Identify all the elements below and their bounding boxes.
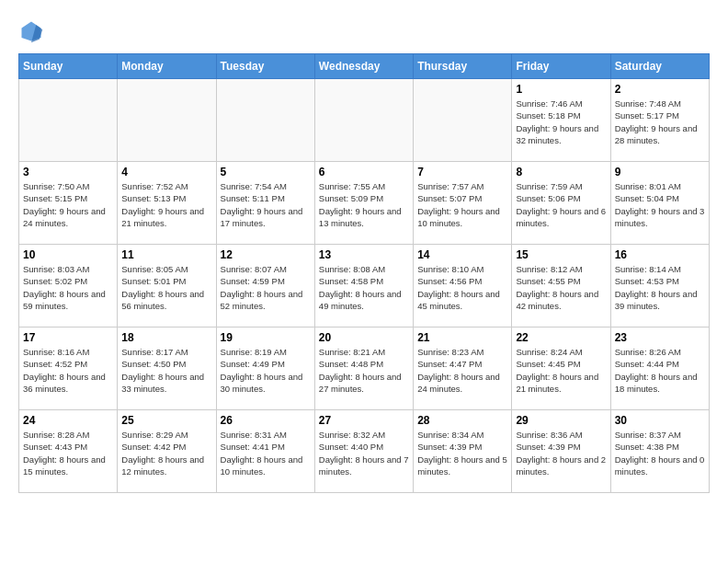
day-number: 6 [319, 166, 409, 178]
calendar-cell: 5Sunrise: 7:54 AM Sunset: 5:11 PM Daylig… [216, 162, 314, 245]
calendar-cell: 15Sunrise: 8:12 AM Sunset: 4:55 PM Dayli… [512, 245, 610, 327]
calendar-cell: 11Sunrise: 8:05 AM Sunset: 5:01 PM Dayli… [118, 245, 216, 327]
day-header: Wednesday [314, 54, 413, 79]
cell-info: Sunrise: 8:14 AM Sunset: 4:53 PM Dayligh… [615, 263, 705, 312]
cell-info: Sunrise: 8:16 AM Sunset: 4:52 PM Dayligh… [23, 346, 113, 395]
logo-icon [18, 18, 44, 44]
calendar-week-row: 10Sunrise: 8:03 AM Sunset: 5:02 PM Dayli… [19, 245, 710, 327]
calendar-cell: 1Sunrise: 7:46 AM Sunset: 5:18 PM Daylig… [512, 79, 610, 162]
cell-info: Sunrise: 8:12 AM Sunset: 4:55 PM Dayligh… [516, 263, 606, 312]
calendar-cell: 24Sunrise: 8:28 AM Sunset: 4:43 PM Dayli… [19, 410, 118, 493]
logo [18, 18, 48, 44]
day-number: 27 [319, 414, 409, 427]
cell-info: Sunrise: 7:55 AM Sunset: 5:09 PM Dayligh… [319, 180, 409, 229]
page-header [18, 18, 710, 44]
cell-info: Sunrise: 7:48 AM Sunset: 5:17 PM Dayligh… [615, 98, 705, 146]
day-header: Thursday [414, 54, 512, 79]
day-number: 22 [516, 331, 606, 344]
day-number: 14 [417, 248, 507, 261]
day-number: 5 [221, 166, 311, 178]
calendar-cell: 27Sunrise: 8:32 AM Sunset: 4:40 PM Dayli… [314, 410, 413, 493]
cell-info: Sunrise: 8:32 AM Sunset: 4:40 PM Dayligh… [319, 429, 409, 477]
calendar-cell: 4Sunrise: 7:52 AM Sunset: 5:13 PM Daylig… [118, 162, 216, 245]
cell-info: Sunrise: 7:54 AM Sunset: 5:11 PM Dayligh… [221, 180, 311, 229]
day-header: Saturday [610, 54, 709, 79]
calendar-cell: 14Sunrise: 8:10 AM Sunset: 4:56 PM Dayli… [414, 245, 512, 327]
calendar-cell: 16Sunrise: 8:14 AM Sunset: 4:53 PM Dayli… [610, 245, 709, 327]
calendar-cell: 20Sunrise: 8:21 AM Sunset: 4:48 PM Dayli… [314, 327, 413, 410]
calendar-cell: 25Sunrise: 8:29 AM Sunset: 4:42 PM Dayli… [118, 410, 216, 493]
cell-info: Sunrise: 8:28 AM Sunset: 4:43 PM Dayligh… [23, 429, 113, 477]
day-number: 12 [221, 248, 311, 261]
calendar-cell [118, 79, 216, 162]
day-header: Tuesday [216, 54, 314, 79]
calendar-cell: 26Sunrise: 8:31 AM Sunset: 4:41 PM Dayli… [216, 410, 314, 493]
day-number: 8 [516, 166, 606, 178]
calendar-table: SundayMondayTuesdayWednesdayThursdayFrid… [18, 53, 710, 493]
day-number: 28 [417, 414, 507, 427]
day-number: 18 [121, 331, 211, 344]
cell-info: Sunrise: 8:24 AM Sunset: 4:45 PM Dayligh… [516, 346, 606, 395]
cell-info: Sunrise: 8:17 AM Sunset: 4:50 PM Dayligh… [121, 346, 211, 395]
day-number: 25 [121, 414, 211, 427]
cell-info: Sunrise: 8:29 AM Sunset: 4:42 PM Dayligh… [121, 429, 211, 477]
cell-info: Sunrise: 8:34 AM Sunset: 4:39 PM Dayligh… [417, 429, 507, 477]
calendar-cell [314, 79, 413, 162]
day-number: 30 [615, 414, 705, 427]
calendar-cell: 2Sunrise: 7:48 AM Sunset: 5:17 PM Daylig… [610, 79, 709, 162]
calendar-cell: 30Sunrise: 8:37 AM Sunset: 4:38 PM Dayli… [610, 410, 709, 493]
calendar-cell: 22Sunrise: 8:24 AM Sunset: 4:45 PM Dayli… [512, 327, 610, 410]
cell-info: Sunrise: 8:31 AM Sunset: 4:41 PM Dayligh… [221, 429, 311, 477]
calendar-week-row: 3Sunrise: 7:50 AM Sunset: 5:15 PM Daylig… [19, 162, 710, 245]
calendar-week-row: 24Sunrise: 8:28 AM Sunset: 4:43 PM Dayli… [19, 410, 710, 493]
cell-info: Sunrise: 8:37 AM Sunset: 4:38 PM Dayligh… [615, 429, 705, 477]
cell-info: Sunrise: 8:36 AM Sunset: 4:39 PM Dayligh… [516, 429, 606, 477]
calendar-week-row: 1Sunrise: 7:46 AM Sunset: 5:18 PM Daylig… [19, 79, 710, 162]
calendar-cell: 29Sunrise: 8:36 AM Sunset: 4:39 PM Dayli… [512, 410, 610, 493]
calendar-cell: 23Sunrise: 8:26 AM Sunset: 4:44 PM Dayli… [610, 327, 709, 410]
calendar-week-row: 17Sunrise: 8:16 AM Sunset: 4:52 PM Dayli… [19, 327, 710, 410]
day-header: Monday [118, 54, 216, 79]
cell-info: Sunrise: 7:59 AM Sunset: 5:06 PM Dayligh… [516, 180, 606, 229]
cell-info: Sunrise: 7:50 AM Sunset: 5:15 PM Dayligh… [23, 180, 113, 229]
day-number: 2 [615, 83, 705, 96]
day-number: 19 [221, 331, 311, 344]
calendar-cell: 12Sunrise: 8:07 AM Sunset: 4:59 PM Dayli… [216, 245, 314, 327]
day-number: 26 [221, 414, 311, 427]
day-number: 4 [121, 166, 211, 178]
day-number: 24 [23, 414, 113, 427]
calendar-cell [19, 79, 118, 162]
cell-info: Sunrise: 8:19 AM Sunset: 4:49 PM Dayligh… [221, 346, 311, 395]
calendar-cell [414, 79, 512, 162]
cell-info: Sunrise: 8:03 AM Sunset: 5:02 PM Dayligh… [23, 263, 113, 312]
cell-info: Sunrise: 8:01 AM Sunset: 5:04 PM Dayligh… [615, 180, 705, 229]
cell-info: Sunrise: 8:21 AM Sunset: 4:48 PM Dayligh… [319, 346, 409, 395]
day-number: 20 [319, 331, 409, 344]
day-header: Sunday [19, 54, 118, 79]
calendar-cell: 28Sunrise: 8:34 AM Sunset: 4:39 PM Dayli… [414, 410, 512, 493]
cell-info: Sunrise: 7:52 AM Sunset: 5:13 PM Dayligh… [121, 180, 211, 229]
day-number: 10 [23, 248, 113, 261]
cell-info: Sunrise: 8:26 AM Sunset: 4:44 PM Dayligh… [615, 346, 705, 395]
day-number: 16 [615, 248, 705, 261]
calendar-cell: 19Sunrise: 8:19 AM Sunset: 4:49 PM Dayli… [216, 327, 314, 410]
calendar-cell: 9Sunrise: 8:01 AM Sunset: 5:04 PM Daylig… [610, 162, 709, 245]
cell-info: Sunrise: 7:46 AM Sunset: 5:18 PM Dayligh… [516, 98, 606, 146]
cell-info: Sunrise: 7:57 AM Sunset: 5:07 PM Dayligh… [417, 180, 507, 229]
calendar-header-row: SundayMondayTuesdayWednesdayThursdayFrid… [19, 54, 710, 79]
day-number: 3 [23, 166, 113, 178]
calendar-cell: 10Sunrise: 8:03 AM Sunset: 5:02 PM Dayli… [19, 245, 118, 327]
day-number: 15 [516, 248, 606, 261]
day-number: 13 [319, 248, 409, 261]
calendar-cell: 3Sunrise: 7:50 AM Sunset: 5:15 PM Daylig… [19, 162, 118, 245]
day-header: Friday [512, 54, 610, 79]
day-number: 9 [615, 166, 705, 178]
day-number: 7 [417, 166, 507, 178]
calendar-cell: 21Sunrise: 8:23 AM Sunset: 4:47 PM Dayli… [414, 327, 512, 410]
calendar-cell: 8Sunrise: 7:59 AM Sunset: 5:06 PM Daylig… [512, 162, 610, 245]
cell-info: Sunrise: 8:08 AM Sunset: 4:58 PM Dayligh… [319, 263, 409, 312]
cell-info: Sunrise: 8:07 AM Sunset: 4:59 PM Dayligh… [221, 263, 311, 312]
calendar-cell: 13Sunrise: 8:08 AM Sunset: 4:58 PM Dayli… [314, 245, 413, 327]
day-number: 1 [516, 83, 606, 96]
calendar-cell: 17Sunrise: 8:16 AM Sunset: 4:52 PM Dayli… [19, 327, 118, 410]
